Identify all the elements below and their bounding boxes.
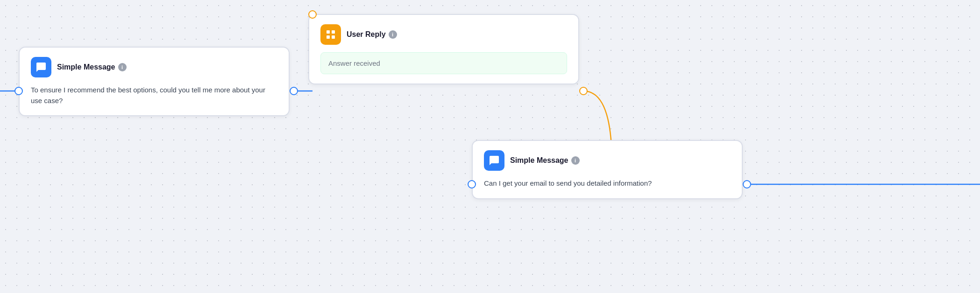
node-2-title-text: Simple Message bbox=[510, 156, 568, 165]
svg-rect-6 bbox=[332, 35, 335, 39]
simple-message-node-2: Simple Message i Can I get your email to… bbox=[472, 140, 743, 199]
user-reply-info-icon[interactable]: i bbox=[389, 30, 397, 39]
node-1-body: To ensure I recommend the best options, … bbox=[31, 85, 277, 106]
node-1-right-dot[interactable] bbox=[290, 87, 298, 95]
svg-rect-3 bbox=[327, 30, 330, 34]
node-2-info-icon[interactable]: i bbox=[571, 156, 580, 165]
user-reply-right-dot[interactable] bbox=[579, 87, 588, 95]
chat-icon-2 bbox=[489, 155, 500, 166]
user-reply-title: User Reply i bbox=[347, 30, 397, 39]
node-2-header: Simple Message i bbox=[484, 150, 731, 171]
user-reply-icon bbox=[320, 24, 341, 45]
node-1-info-icon[interactable]: i bbox=[118, 63, 127, 71]
node-1-left-dot[interactable] bbox=[14, 87, 23, 95]
answer-received-field[interactable]: Answer received bbox=[320, 52, 567, 74]
user-reply-header: User Reply i bbox=[320, 24, 567, 45]
simple-message-icon-1 bbox=[31, 57, 51, 77]
svg-rect-4 bbox=[332, 30, 335, 34]
reply-icon bbox=[325, 29, 336, 40]
user-reply-node: User Reply i Answer received bbox=[308, 14, 579, 84]
canvas: Simple Message i To ensure I recommend t… bbox=[0, 0, 980, 293]
node-2-body: Can I get your email to send you detaile… bbox=[484, 178, 731, 189]
chat-icon-1 bbox=[36, 62, 47, 73]
node-2-title: Simple Message i bbox=[510, 156, 580, 165]
node-2-left-dot[interactable] bbox=[468, 180, 476, 188]
node-1-header: Simple Message i bbox=[31, 57, 277, 77]
node-2-right-dot[interactable] bbox=[743, 180, 751, 188]
simple-message-icon-2 bbox=[484, 150, 504, 171]
simple-message-node-1: Simple Message i To ensure I recommend t… bbox=[19, 47, 290, 116]
node-1-title-text: Simple Message bbox=[57, 63, 115, 71]
node-1-title: Simple Message i bbox=[57, 63, 127, 71]
user-reply-title-text: User Reply bbox=[347, 30, 386, 39]
svg-rect-5 bbox=[327, 35, 330, 39]
user-reply-top-dot[interactable] bbox=[308, 10, 317, 19]
